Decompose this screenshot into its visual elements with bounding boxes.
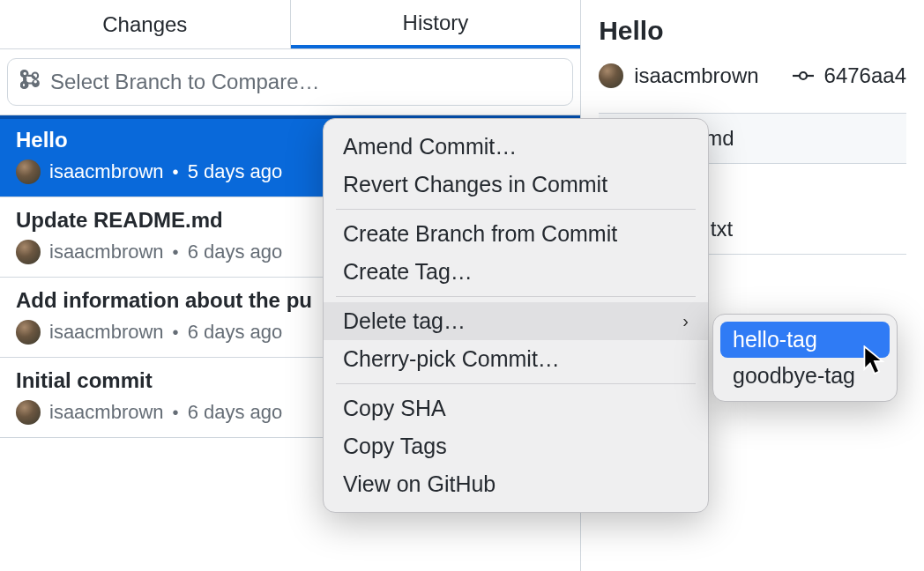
avatar xyxy=(16,400,41,425)
svg-point-3 xyxy=(800,72,807,79)
detail-author: isaacmbrown xyxy=(634,63,758,88)
avatar xyxy=(16,159,41,184)
tab-changes[interactable]: Changes xyxy=(0,0,291,48)
commit-time: 6 days ago xyxy=(188,321,283,344)
tab-history[interactable]: History xyxy=(291,0,581,48)
commit-author: isaacmbrown xyxy=(49,160,164,183)
commit-author: isaacmbrown xyxy=(49,401,164,424)
commit-context-menu: Amend Commit… Revert Changes in Commit C… xyxy=(323,118,709,513)
menu-separator xyxy=(336,383,696,384)
detail-meta: isaacmbrown 6476aa4 xyxy=(599,63,906,88)
dot-separator: • xyxy=(173,162,179,182)
menu-delete-tag-label: Delete tag… xyxy=(343,308,466,334)
dot-separator: • xyxy=(173,323,179,343)
branch-compare-selector[interactable]: Select Branch to Compare… xyxy=(7,58,573,106)
tabs: Changes History xyxy=(0,0,580,49)
branch-compare-placeholder: Select Branch to Compare… xyxy=(50,70,319,94)
submenu-item-hello-tag[interactable]: hello-tag xyxy=(720,322,890,358)
menu-copy-tags[interactable]: Copy Tags xyxy=(324,427,708,465)
detail-sha: 6476aa4 xyxy=(824,63,906,88)
commit-author: isaacmbrown xyxy=(49,321,164,344)
svg-point-0 xyxy=(22,70,28,77)
avatar xyxy=(16,320,41,345)
dot-separator: • xyxy=(173,242,179,263)
menu-amend-commit[interactable]: Amend Commit… xyxy=(324,128,708,166)
commit-time: 5 days ago xyxy=(188,160,283,183)
avatar xyxy=(599,63,623,88)
menu-copy-sha[interactable]: Copy SHA xyxy=(324,389,708,427)
menu-revert-commit[interactable]: Revert Changes in Commit xyxy=(324,166,708,204)
commit-time: 6 days ago xyxy=(188,401,283,424)
avatar xyxy=(16,240,41,264)
commit-sha-icon xyxy=(793,63,814,88)
menu-create-branch[interactable]: Create Branch from Commit xyxy=(324,215,708,253)
submenu-item-goodbye-tag[interactable]: goodbye-tag xyxy=(720,358,890,394)
dot-separator: • xyxy=(173,403,179,423)
menu-view-on-github[interactable]: View on GitHub xyxy=(324,465,708,503)
menu-separator xyxy=(336,296,696,297)
commit-author: isaacmbrown xyxy=(49,241,164,263)
commit-time: 6 days ago xyxy=(188,241,283,263)
git-branch-icon xyxy=(20,70,40,94)
menu-create-tag[interactable]: Create Tag… xyxy=(324,253,708,291)
chevron-right-icon: › xyxy=(682,311,689,331)
menu-delete-tag[interactable]: Delete tag… › xyxy=(324,302,708,340)
detail-title: Hello xyxy=(599,16,906,46)
delete-tag-submenu: hello-tag goodbye-tag xyxy=(712,314,898,402)
menu-separator xyxy=(336,209,696,210)
menu-cherry-pick[interactable]: Cherry-pick Commit… xyxy=(324,340,708,378)
